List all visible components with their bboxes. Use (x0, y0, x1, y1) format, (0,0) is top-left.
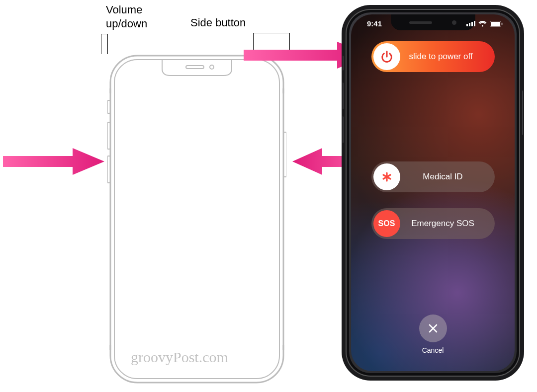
volume-bracket (101, 34, 108, 54)
power-icon (373, 43, 400, 70)
silence-switch (343, 56, 344, 71)
wifi-icon (478, 21, 487, 27)
side-button-bracket (253, 33, 290, 53)
medical-id-label: Medical ID (402, 172, 495, 182)
volume-up-button (343, 82, 344, 109)
cancel-group: Cancel (419, 314, 447, 354)
watermark: groovyPost.com (131, 349, 228, 366)
svg-rect-6 (107, 100, 110, 113)
medical-id-slider[interactable]: Medical ID (371, 161, 495, 192)
close-icon (428, 323, 439, 334)
phone-outline-diagram (107, 53, 286, 386)
cancel-label: Cancel (419, 346, 447, 354)
cancel-button[interactable] (419, 314, 447, 342)
svg-rect-17 (502, 22, 503, 25)
svg-rect-0 (110, 56, 283, 383)
svg-point-3 (210, 65, 214, 69)
phone-screen: 9:41 (351, 14, 515, 371)
svg-rect-1 (114, 60, 279, 379)
svg-rect-5 (107, 156, 110, 183)
emergency-sos-label: Emergency SOS (402, 219, 495, 229)
svg-rect-2 (186, 66, 204, 69)
power-off-label: slide to power off (402, 52, 495, 62)
side-button-label: Side button (190, 16, 265, 30)
status-bar: 9:41 (351, 16, 515, 28)
svg-rect-7 (283, 132, 286, 177)
medical-id-icon (373, 163, 400, 190)
svg-rect-16 (491, 22, 500, 26)
volume-label: Volume up/down (106, 3, 180, 30)
power-off-slider[interactable]: slide to power off (371, 41, 495, 72)
side-button (522, 90, 523, 135)
battery-icon (490, 21, 503, 27)
phone-screenshot: 9:41 (343, 6, 523, 380)
arrow-to-volume (3, 144, 107, 179)
emergency-sos-slider[interactable]: SOS Emergency SOS (371, 208, 495, 239)
status-time: 9:41 (361, 16, 382, 28)
sos-icon: SOS (373, 210, 400, 237)
svg-rect-4 (107, 122, 110, 149)
svg-marker-12 (3, 148, 104, 175)
volume-down-button (343, 116, 344, 143)
cellular-icon (466, 21, 475, 26)
